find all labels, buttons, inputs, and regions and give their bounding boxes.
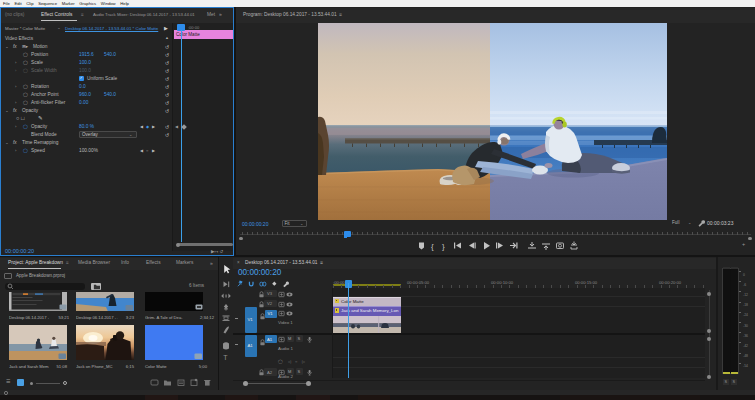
svg-text:T: T bbox=[223, 354, 228, 361]
svg-text:}: } bbox=[442, 242, 445, 251]
svg-text:{: { bbox=[431, 242, 434, 251]
